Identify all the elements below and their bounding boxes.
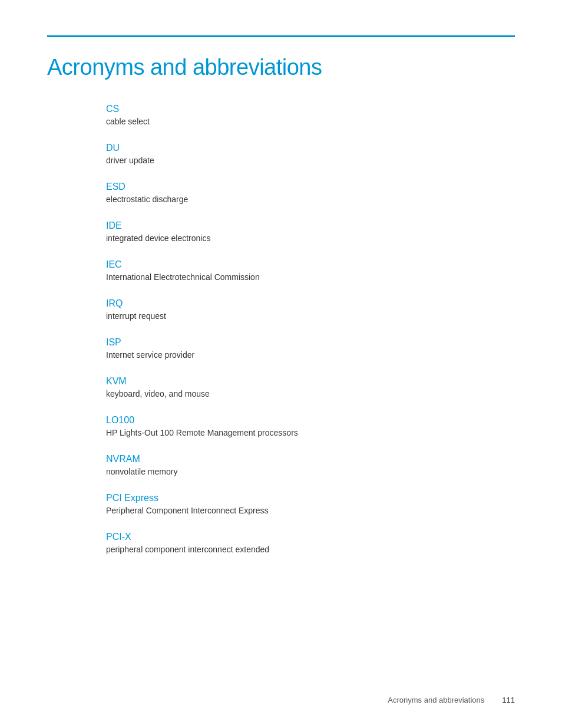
list-item: IDEintegrated device electronics — [106, 220, 515, 243]
footer-page-number: 111 — [502, 696, 515, 704]
acronym-term: LO100 — [106, 415, 515, 426]
acronym-definition: driver update — [106, 156, 515, 165]
acronym-definition: HP Lights-Out 100 Remote Management proc… — [106, 428, 515, 437]
acronym-definition: cable select — [106, 117, 515, 126]
acronym-term: PCI-X — [106, 532, 515, 542]
list-item: ISPInternet service provider — [106, 337, 515, 360]
acronym-term: IEC — [106, 259, 515, 270]
page-title: Acronyms and abbreviations — [47, 55, 515, 80]
acronym-definition: Internet service provider — [106, 350, 515, 360]
page-container: Acronyms and abbreviations CScable selec… — [0, 0, 562, 728]
footer: Acronyms and abbreviations 111 — [388, 696, 515, 704]
acronym-definition: electrostatic discharge — [106, 195, 515, 204]
list-item: IECInternational Electrotechnical Commis… — [106, 259, 515, 282]
acronym-definition: interrupt request — [106, 311, 515, 321]
content-area: CScable selectDUdriver updateESDelectros… — [47, 104, 515, 554]
acronym-term: DU — [106, 143, 515, 153]
list-item: NVRAMnonvolatile memory — [106, 454, 515, 476]
acronym-term: PCI Express — [106, 493, 515, 503]
acronym-definition: integrated device electronics — [106, 233, 515, 243]
acronym-definition: keyboard, video, and mouse — [106, 389, 515, 398]
acronym-definition: International Electrotechnical Commissio… — [106, 272, 515, 282]
acronym-term: KVM — [106, 376, 515, 387]
top-border — [47, 35, 515, 37]
acronym-definition: nonvolatile memory — [106, 467, 515, 476]
list-item: IRQinterrupt request — [106, 298, 515, 321]
list-item: KVMkeyboard, video, and mouse — [106, 376, 515, 398]
acronym-definition: peripheral component interconnect extend… — [106, 545, 515, 554]
list-item: CScable select — [106, 104, 515, 126]
list-item: PCI ExpressPeripheral Component Intercon… — [106, 493, 515, 515]
acronym-term: ESD — [106, 182, 515, 192]
acronym-term: CS — [106, 104, 515, 114]
list-item: LO100HP Lights-Out 100 Remote Management… — [106, 415, 515, 437]
list-item: DUdriver update — [106, 143, 515, 165]
acronym-term: IRQ — [106, 298, 515, 309]
acronym-term: IDE — [106, 220, 515, 231]
acronym-term: ISP — [106, 337, 515, 348]
footer-text: Acronyms and abbreviations — [388, 696, 484, 704]
acronym-definition: Peripheral Component Interconnect Expres… — [106, 506, 515, 515]
list-item: ESDelectrostatic discharge — [106, 182, 515, 204]
list-item: PCI-Xperipheral component interconnect e… — [106, 532, 515, 554]
acronym-term: NVRAM — [106, 454, 515, 465]
